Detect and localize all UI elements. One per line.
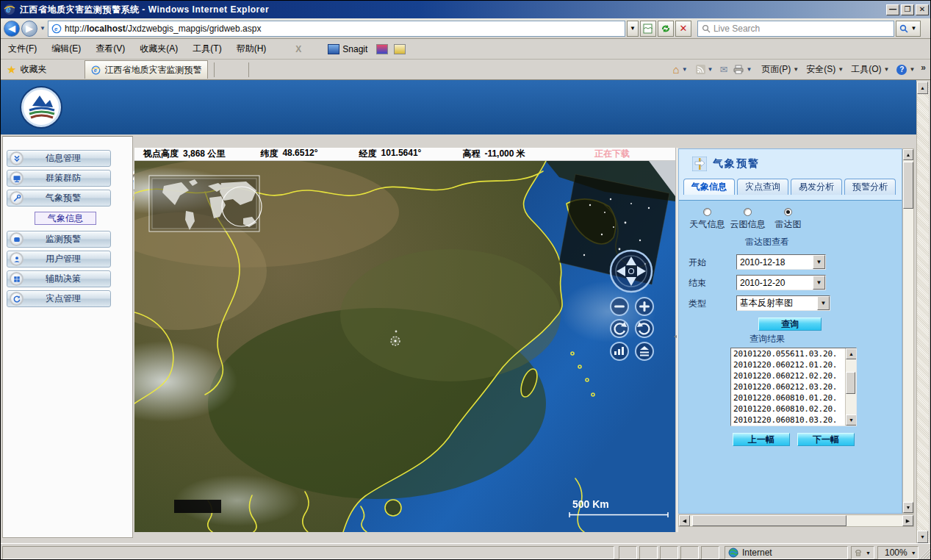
- page-favicon-icon: e: [51, 24, 62, 34]
- status-bar: Internet ▼ 100% ▼: [1, 543, 931, 560]
- security-menu[interactable]: 安全(S)▼: [806, 63, 844, 76]
- refresh-button[interactable]: [658, 21, 674, 37]
- zoom-out-button[interactable]: [611, 298, 628, 315]
- browser-tab[interactable]: e 江西省地质灾害监测预警系统: [85, 60, 208, 79]
- elevation-label: 高程: [462, 148, 480, 160]
- result-item[interactable]: 20101220.060212.01.20.: [731, 359, 856, 370]
- snagit-toolbar[interactable]: Snagit: [328, 44, 406, 54]
- stop-button[interactable]: ✕: [675, 21, 691, 37]
- result-item[interactable]: 20101220.055611.03.20.: [731, 348, 856, 359]
- scroll-thumb: [903, 162, 913, 209]
- results-listbox[interactable]: 20101220.055611.03.20. 20101220.060212.0…: [730, 348, 857, 426]
- zoom-in-button[interactable]: [636, 298, 653, 315]
- result-item[interactable]: 20101220.060810.02.20.: [731, 403, 856, 414]
- type-row: 类型 基本反射率图▼: [679, 295, 855, 311]
- menu-edit[interactable]: 编辑(E): [44, 40, 88, 58]
- favorites-star-icon[interactable]: ★: [7, 63, 16, 76]
- collapse-arrow-icon[interactable]: ◂: [674, 333, 677, 340]
- search-input[interactable]: Live Search: [697, 21, 894, 37]
- maximize-button[interactable]: ❐: [901, 4, 914, 15]
- start-date-select[interactable]: 2010-12-18▼: [736, 254, 826, 270]
- panel-horizontal-scrollbar[interactable]: ◀ ▶: [678, 514, 914, 527]
- start-date-label: 开始: [689, 256, 706, 269]
- radio-cloud-image[interactable]: 云图信息: [728, 208, 767, 231]
- help-menu[interactable]: ?▼: [896, 65, 915, 75]
- compatibility-view-button[interactable]: [640, 21, 656, 37]
- list-scrollbar[interactable]: ▲ ▼: [845, 348, 856, 426]
- previous-image-button[interactable]: 上一幅: [733, 433, 790, 446]
- sidebar-item-weather-warning[interactable]: 气象预警: [7, 190, 111, 207]
- menu-file[interactable]: 文件(F): [1, 40, 44, 58]
- sidebar-item-monitor-warning[interactable]: 监测预警: [7, 231, 111, 248]
- more-commands-button[interactable]: »: [921, 62, 926, 73]
- forward-button[interactable]: ▶: [21, 21, 37, 37]
- scroll-thumb: [846, 372, 855, 394]
- search-go-button[interactable]: ▼: [896, 21, 921, 37]
- sidebar-item-hazard-point-mgmt[interactable]: 灾点管理: [7, 290, 111, 307]
- url-dropdown-button[interactable]: ▼: [627, 21, 639, 37]
- menu-help[interactable]: 帮助(H): [229, 40, 274, 58]
- back-button[interactable]: ◀: [4, 21, 20, 37]
- history-dropdown-icon[interactable]: ▼: [40, 25, 46, 32]
- compass-control[interactable]: [611, 251, 652, 292]
- scroll-down-icon: ▼: [903, 502, 913, 513]
- sidebar-subitem-weather-info[interactable]: 气象信息: [35, 212, 96, 225]
- print-icon[interactable]: [733, 65, 744, 74]
- section-title: 雷达图查看: [679, 236, 855, 248]
- tab-susceptibility-analysis[interactable]: 易发分析: [791, 179, 842, 195]
- layers-button[interactable]: [636, 342, 653, 360]
- close-button[interactable]: ✕: [916, 4, 929, 15]
- menu-favorites[interactable]: 收藏夹(A): [132, 40, 185, 58]
- sidebar-item-info-mgmt[interactable]: 信息管理: [7, 150, 111, 167]
- menu-view[interactable]: 查看(V): [88, 40, 132, 58]
- next-image-button[interactable]: 下一幅: [797, 433, 855, 446]
- page-vertical-scrollbar[interactable]: ▲ ▼: [916, 82, 929, 543]
- tools-menu[interactable]: 工具(O)▼: [851, 63, 889, 76]
- minimize-button[interactable]: —: [886, 4, 899, 15]
- result-item[interactable]: 20101220.060810.03.20.: [731, 414, 856, 426]
- zoom-segment[interactable]: 100% ▼: [877, 546, 919, 559]
- screen-icon: [10, 232, 24, 246]
- sidebar-item-decision-support[interactable]: 辅助决策: [7, 270, 111, 287]
- panel-vertical-scrollbar[interactable]: ▲ ▼: [902, 148, 914, 514]
- result-item[interactable]: 20101220.060810.01.20.: [731, 392, 856, 403]
- favorites-label[interactable]: 收藏夹: [20, 63, 46, 76]
- end-date-select[interactable]: 2010-12-20▼: [736, 275, 826, 290]
- rotate-ccw-button[interactable]: [611, 320, 628, 337]
- tab-warning-analysis[interactable]: 预警分析: [844, 179, 896, 195]
- home-icon[interactable]: ⌂: [673, 63, 680, 76]
- snagit-edit-icon[interactable]: [394, 44, 406, 54]
- search-placeholder: Live Search: [713, 24, 760, 34]
- radio-weather-info[interactable]: 天气信息: [688, 208, 727, 231]
- mail-icon[interactable]: ✉: [719, 64, 727, 75]
- menu-tools[interactable]: 工具(T): [185, 40, 229, 58]
- sidebar-item-group-defense[interactable]: 群策群防: [7, 170, 111, 187]
- resize-grip[interactable]: [920, 548, 930, 559]
- tab-weather-info[interactable]: 气象信息: [683, 179, 735, 195]
- search-dropdown-icon[interactable]: ▼: [910, 25, 916, 32]
- scroll-down-icon: ▼: [917, 531, 928, 543]
- scale-label: 500 Km: [572, 498, 609, 510]
- tools-icon: [10, 191, 24, 205]
- rotate-cw-button[interactable]: [636, 320, 653, 337]
- protected-mode-segment[interactable]: ▼: [851, 546, 874, 559]
- tab-hazard-query[interactable]: 灾点查询: [737, 179, 788, 195]
- result-item[interactable]: 20101220.060212.02.20.: [731, 370, 856, 381]
- overview-world-inset[interactable]: [149, 176, 262, 231]
- page-menu[interactable]: 页面(P)▼: [761, 63, 799, 76]
- sidebar-item-user-mgmt[interactable]: 用户管理: [7, 251, 111, 268]
- query-button[interactable]: 查询: [758, 317, 822, 331]
- type-select[interactable]: 基本反射率图▼: [736, 295, 830, 311]
- monitor-icon: [10, 171, 24, 185]
- globe-map-view[interactable]: 500 Km: [134, 161, 675, 532]
- snagit-capture-icon[interactable]: [376, 44, 388, 54]
- panel-title: 气象预警: [713, 157, 760, 170]
- toolbar-close-button[interactable]: X: [295, 44, 301, 54]
- radio-radar-image[interactable]: 雷达图: [769, 208, 808, 231]
- zoom-level: 100%: [885, 548, 907, 558]
- url-field[interactable]: e http://localhost/Jxdzwebgis_mapgis/gri…: [48, 21, 625, 37]
- result-item[interactable]: 20101220.060212.03.20.: [731, 381, 856, 392]
- tilt-bars-button[interactable]: [611, 342, 628, 360]
- feeds-icon[interactable]: [696, 65, 705, 74]
- altitude-label: 视点高度: [143, 148, 179, 160]
